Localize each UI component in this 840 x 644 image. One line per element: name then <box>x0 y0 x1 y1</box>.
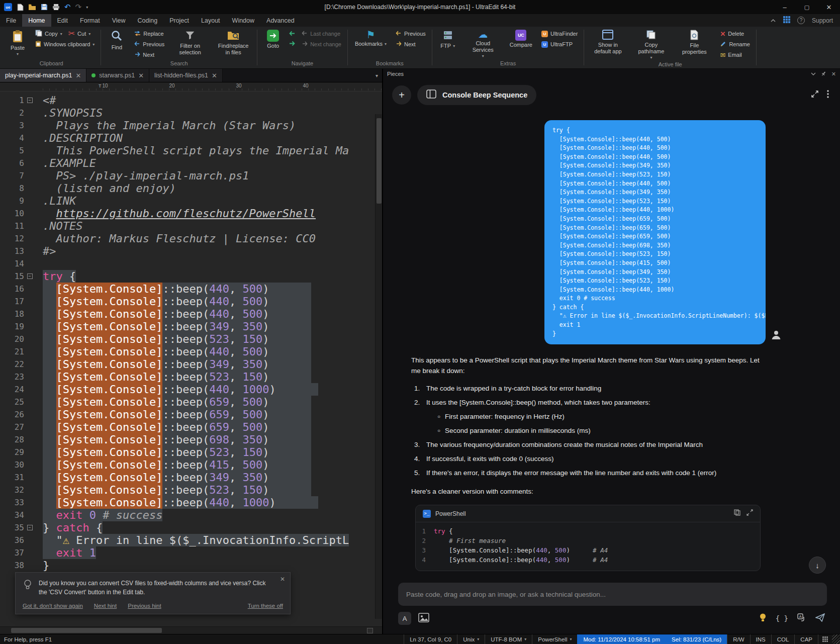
find-replace-in-files-button[interactable]: Find/replace in files <box>214 29 253 56</box>
layouts-grid-icon[interactable] <box>783 16 790 25</box>
hscroll-corner-button[interactable] <box>367 628 373 633</box>
bookmark-previous-button[interactable]: Previous <box>394 29 428 39</box>
cloud-services-button[interactable]: ☁ Cloud Services ▾ <box>463 29 503 59</box>
cut-button[interactable]: ✂ Cut▾ <box>66 29 93 39</box>
windows-clipboard-button[interactable]: Windows clipboard▾ <box>33 39 97 49</box>
file-tab[interactable]: list-hidden-files.ps1✕ <box>149 69 223 82</box>
status-segment[interactable]: INS <box>750 634 771 644</box>
file-tab[interactable]: starwars.ps1✕ <box>86 69 149 82</box>
status-segment[interactable]: CAP <box>794 634 818 644</box>
status-segment[interactable]: Sel: 831/23 (C/Lns) <box>666 634 727 644</box>
menu-tab-window[interactable]: Window <box>226 14 260 27</box>
tab-close-icon[interactable]: ✕ <box>138 72 144 79</box>
support-menu[interactable]: Support <box>812 17 833 24</box>
tab-close-icon[interactable]: ✕ <box>212 72 217 79</box>
vertical-scrollbar[interactable] <box>375 114 382 619</box>
file-properties-button[interactable]: File properties <box>675 29 714 56</box>
vertical-scrollbar-thumb[interactable] <box>377 118 382 204</box>
bookmarks-button[interactable]: ⚑ Bookmarks▾ <box>352 29 390 48</box>
show-in-default-app-button[interactable]: Show in default app <box>588 29 627 55</box>
paste-button[interactable]: Paste ▾ <box>6 29 29 57</box>
fold-toggle-icon[interactable]: − <box>27 273 33 279</box>
bookmark-next-button[interactable]: Next <box>394 39 428 49</box>
tab-list-dropdown-icon[interactable]: ▾ <box>371 69 382 82</box>
suggestion-lightbulb-icon[interactable] <box>759 613 767 624</box>
new-file-icon[interactable] <box>17 4 24 11</box>
code-braces-icon[interactable]: { } <box>776 614 788 622</box>
chat-input[interactable] <box>398 583 827 606</box>
sidebar-toggle-icon[interactable] <box>426 89 436 101</box>
redo-icon[interactable]: ↷ <box>75 3 82 12</box>
menu-tab-format[interactable]: Format <box>74 14 106 27</box>
rename-button[interactable]: Rename <box>718 39 752 49</box>
status-grid-icon[interactable] <box>818 634 832 644</box>
status-segment[interactable]: Unix▾ <box>457 634 485 644</box>
forward-arrow-icon[interactable] <box>289 40 296 48</box>
menu-tab-project[interactable]: Project <box>163 14 195 27</box>
maximize-button[interactable]: ▢ <box>796 0 818 14</box>
conversation-pill[interactable]: Console Beep Sequence <box>417 85 536 105</box>
copy-path-name-button[interactable]: Copy path/name ▾ <box>631 29 671 61</box>
panel-close-icon[interactable]: ✕ <box>831 71 836 77</box>
replace-button[interactable]: Replace <box>132 29 166 39</box>
goto-button[interactable]: Goto <box>261 29 285 50</box>
find-next-button[interactable]: Next <box>132 50 166 60</box>
copy-code-icon[interactable] <box>734 509 740 519</box>
horizontal-scrollbar-thumb[interactable] <box>11 628 162 633</box>
new-conversation-button[interactable]: + <box>392 85 411 105</box>
close-button[interactable]: ✕ <box>818 0 840 14</box>
tab-close-icon[interactable]: ✕ <box>75 72 81 79</box>
delete-button[interactable]: ✕ Delete <box>718 29 752 39</box>
hint-turn-off-link[interactable]: Turn these off <box>248 603 283 609</box>
attach-image-icon[interactable] <box>418 613 429 624</box>
status-segment[interactable]: UTF-8 BOM▾ <box>485 634 532 644</box>
status-segment[interactable]: Ln 37, Col 9, C0 <box>404 634 457 644</box>
translate-icon[interactable]: A <box>797 613 806 623</box>
last-change-button[interactable]: Last change <box>300 29 343 39</box>
status-segment[interactable]: Mod: 11/12/2024 10:58:51 pm <box>577 634 666 644</box>
menu-tab-advanced[interactable]: Advanced <box>260 14 301 27</box>
resize-grip[interactable] <box>832 634 840 644</box>
qat-customize-icon[interactable]: ▾ <box>86 5 88 10</box>
panel-chevron-down-icon[interactable] <box>811 71 816 77</box>
menu-tab-file[interactable]: File <box>0 14 22 27</box>
compare-button[interactable]: UC Compare <box>507 29 535 49</box>
minimize-button[interactable]: – <box>774 0 796 14</box>
horizontal-scrollbar[interactable] <box>0 626 382 634</box>
hint-close-icon[interactable]: ✕ <box>280 576 285 583</box>
email-button[interactable]: ✉ Email <box>718 50 752 60</box>
code-editor[interactable]: 1−<#2.SYNOPSIS3 Plays the Imperial March… <box>0 91 382 626</box>
menu-tab-layout[interactable]: Layout <box>195 14 226 27</box>
copy-button[interactable]: Copy▾ <box>33 29 64 39</box>
chat-area[interactable]: try { [System.Console]::beep(440, 500) [… <box>383 111 840 579</box>
hint-previous-link[interactable]: Previous hint <box>128 603 161 609</box>
find-previous-button[interactable]: Previous <box>132 39 166 49</box>
hint-got-it-link[interactable]: Got it, don't show again <box>23 603 83 609</box>
status-segment[interactable]: R/W <box>727 634 750 644</box>
print-icon[interactable] <box>52 4 60 11</box>
menu-tab-coding[interactable]: Coding <box>132 14 164 27</box>
ftp-button[interactable]: FTP▾ <box>436 29 459 50</box>
status-segment[interactable]: COL <box>771 634 795 644</box>
file-tab[interactable]: play-imperial-march.ps1✕ <box>0 69 86 82</box>
collapse-ribbon-icon[interactable] <box>770 17 776 24</box>
undo-icon[interactable]: ↶ <box>64 3 71 12</box>
kebab-menu-icon[interactable] <box>827 90 829 100</box>
menu-tab-edit[interactable]: Edit <box>51 14 74 27</box>
menu-tab-home[interactable]: Home <box>22 14 51 27</box>
find-button[interactable]: Find <box>105 29 128 51</box>
filter-on-selection-button[interactable]: Filter on selection <box>170 29 210 56</box>
next-change-button[interactable]: Next change <box>300 39 343 49</box>
open-folder-icon[interactable] <box>28 4 36 11</box>
collapse-expand-icon[interactable] <box>811 90 819 100</box>
save-icon[interactable] <box>41 4 48 11</box>
fold-toggle-icon[interactable]: − <box>27 98 33 103</box>
hint-next-link[interactable]: Next hint <box>94 603 117 609</box>
fold-toggle-icon[interactable]: − <box>27 525 33 530</box>
back-arrow-icon[interactable] <box>289 30 296 38</box>
help-icon[interactable]: ? <box>797 17 805 24</box>
menu-tab-view[interactable]: View <box>106 14 132 27</box>
scroll-to-bottom-button[interactable]: ↓ <box>809 557 826 574</box>
status-segment[interactable]: PowerShell▾ <box>532 634 577 644</box>
expand-code-icon[interactable] <box>746 509 753 519</box>
